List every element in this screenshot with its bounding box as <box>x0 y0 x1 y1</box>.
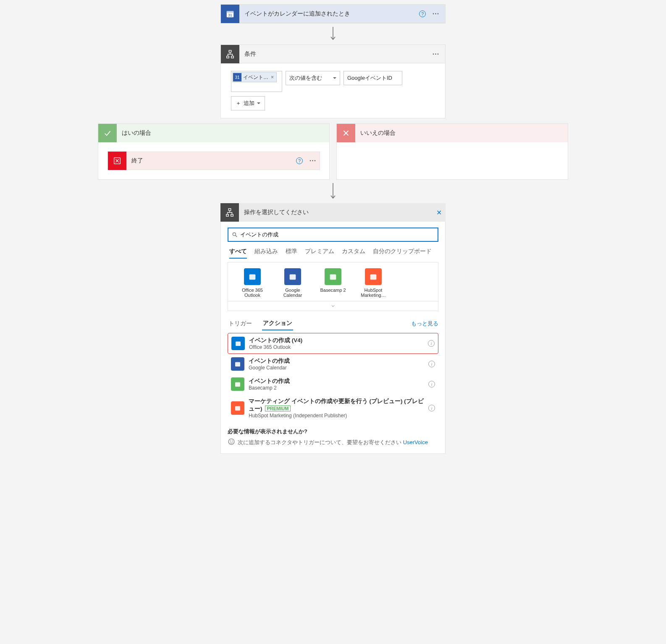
branch-no-title: いいえの場合 <box>355 129 396 137</box>
action-title: マーケティング イベントの作成や更新を行う (プレビュー) (プレビュー)PRE… <box>249 398 424 413</box>
svg-rect-21 <box>370 275 377 280</box>
search-input[interactable] <box>228 228 438 242</box>
svg-point-28 <box>232 441 233 441</box>
close-icon <box>337 124 355 142</box>
branch-no: いいえの場合 <box>336 123 568 180</box>
more-icon[interactable]: ··· <box>306 154 320 168</box>
subtab-trigger[interactable]: トリガー <box>228 317 253 330</box>
action-subtitle: Basecamp 2 <box>249 385 290 391</box>
arrow-icon <box>98 24 568 45</box>
subtab-action[interactable]: アクション <box>262 317 293 330</box>
condition-title: 条件 <box>239 50 429 58</box>
connector-item[interactable]: Google Calendar <box>278 268 308 298</box>
add-label: 追加 <box>244 99 254 107</box>
action-icon <box>231 337 245 350</box>
svg-rect-20 <box>330 275 336 280</box>
action-item[interactable]: イベントの作成 (V4)Office 365 Outlooki <box>228 333 438 354</box>
connector-icon <box>365 268 382 285</box>
action-picker: 操作を選択してください ✕ すべて組み込み標準プレミアムカスタム自分のクリップボ… <box>220 203 446 454</box>
footer-question: 必要な情報が表示されませんか? <box>228 428 438 435</box>
tab-0[interactable]: すべて <box>229 248 247 259</box>
tab-5[interactable]: 自分のクリップボード <box>373 248 432 259</box>
calendar-icon: 31 <box>221 5 239 23</box>
action-item[interactable]: マーケティング イベントの作成や更新を行う (プレビュー) (プレビュー)PRE… <box>228 394 438 422</box>
action-icon <box>231 401 244 415</box>
tab-2[interactable]: 標準 <box>286 248 297 259</box>
check-icon <box>98 124 117 142</box>
info-icon[interactable]: i <box>428 381 435 387</box>
footer-text: 次に追加するコネクタやトリガーについて、要望をお寄せください UserVoice <box>238 439 428 446</box>
premium-badge: PREMIUM <box>265 406 291 411</box>
svg-point-16 <box>233 233 236 236</box>
connector-label: Office 365 Outlook <box>237 288 267 298</box>
connector-icon <box>284 268 301 285</box>
dynamic-token[interactable]: 31 イベント… × <box>232 72 277 82</box>
action-title: イベントの作成 <box>249 377 290 385</box>
tab-4[interactable]: カスタム <box>342 248 365 259</box>
svg-rect-18 <box>249 275 256 280</box>
plus-icon: ＋ <box>236 99 241 107</box>
terminate-title: 終了 <box>126 157 293 165</box>
svg-rect-22 <box>236 342 241 346</box>
condition-operator-select[interactable]: 次の値を含む <box>286 71 340 85</box>
svg-rect-24 <box>235 382 240 387</box>
more-icon[interactable]: ··· <box>429 47 443 61</box>
arrow-icon <box>98 180 568 203</box>
svg-rect-13 <box>228 209 231 211</box>
terminate-card[interactable]: 終了 ? ··· <box>108 152 320 170</box>
condition-left-operand[interactable]: 31 イベント… × <box>231 71 282 92</box>
trigger-card[interactable]: 31 イベントがカレンダーに追加されたとき ? ··· <box>220 4 446 24</box>
help-icon[interactable]: ? <box>293 154 306 168</box>
connector-icon <box>244 268 261 285</box>
svg-text:31: 31 <box>228 13 232 17</box>
close-icon[interactable]: ✕ <box>432 209 446 217</box>
svg-rect-23 <box>235 362 240 367</box>
condition-icon <box>220 203 239 222</box>
info-icon[interactable]: i <box>428 405 435 411</box>
action-icon <box>231 377 244 391</box>
condition-right-operand[interactable]: GoogleイベントID <box>343 71 402 85</box>
info-icon[interactable]: i <box>428 361 435 367</box>
svg-rect-5 <box>227 56 229 58</box>
svg-rect-6 <box>231 56 234 58</box>
action-subtitle: HubSpot Marketing (Independent Publisher… <box>249 413 424 419</box>
action-item[interactable]: イベントの作成Basecamp 2i <box>228 374 438 394</box>
connector-label: Google Calendar <box>278 288 308 298</box>
search-icon <box>232 232 238 238</box>
connector-icon <box>325 268 341 285</box>
uservoice-link[interactable]: UserVoice <box>403 439 428 445</box>
action-icon <box>231 357 244 371</box>
branch-yes: はいの場合 終了 ? ··· <box>98 123 330 180</box>
smile-icon <box>228 438 235 447</box>
more-icon[interactable]: ··· <box>429 7 443 21</box>
add-condition-button[interactable]: ＋ 追加 <box>231 96 265 110</box>
see-more-link[interactable]: もっと見る <box>411 320 438 327</box>
condition-icon <box>221 45 239 63</box>
calendar-icon: 31 <box>233 73 241 81</box>
svg-rect-15 <box>231 215 233 217</box>
tab-1[interactable]: 組み込み <box>254 248 278 259</box>
tab-3[interactable]: プレミアム <box>305 248 334 259</box>
svg-rect-14 <box>226 215 229 217</box>
terminate-icon <box>108 152 126 170</box>
connector-item[interactable]: HubSpot Marketing… <box>358 268 388 298</box>
action-subtitle: Office 365 Outlook <box>249 344 302 350</box>
search-field[interactable] <box>240 232 434 238</box>
svg-point-27 <box>230 441 231 441</box>
close-icon[interactable]: × <box>270 74 275 80</box>
info-icon[interactable]: i <box>428 340 435 347</box>
svg-point-26 <box>228 439 234 445</box>
condition-card: 条件 ··· 31 イベント… × 次の値を含む GoogleイベントID ＋ … <box>220 45 446 118</box>
connector-item[interactable]: Basecamp 2 <box>318 268 348 298</box>
expand-connectors-button[interactable] <box>228 301 438 311</box>
token-label: イベント… <box>243 74 268 81</box>
connector-item[interactable]: Office 365 Outlook <box>237 268 267 298</box>
svg-rect-19 <box>290 275 296 280</box>
trigger-title: イベントがカレンダーに追加されたとき <box>239 10 416 18</box>
help-icon[interactable]: ? <box>416 7 429 21</box>
connector-label: HubSpot Marketing… <box>358 288 388 298</box>
picker-title: 操作を選択してください <box>239 209 432 216</box>
svg-rect-4 <box>229 50 231 52</box>
branch-yes-title: はいの場合 <box>117 129 151 137</box>
action-item[interactable]: イベントの作成Google Calendari <box>228 354 438 374</box>
